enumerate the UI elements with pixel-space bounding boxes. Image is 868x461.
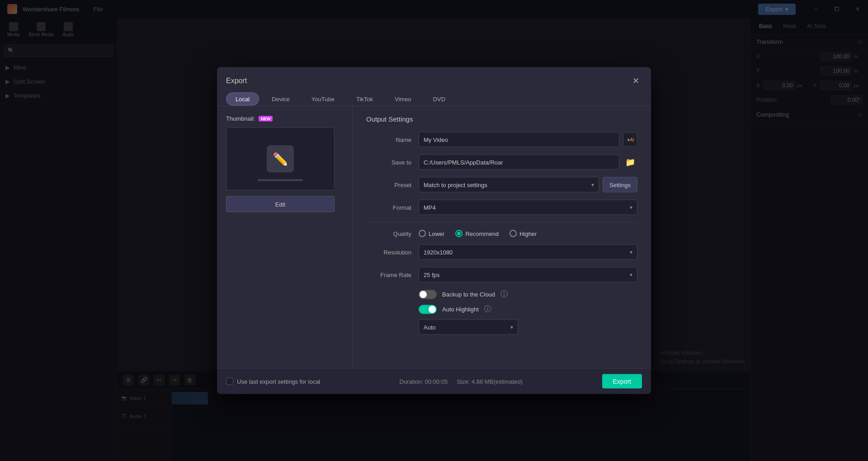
tab-youtube[interactable]: YouTube (302, 93, 344, 105)
edit-thumbnail-button[interactable]: Edit (226, 196, 335, 212)
ai-label: ✦AI (626, 137, 634, 142)
thumbnail-label: Thumbnail: NEW (226, 115, 343, 122)
name-row: Name ✦AI (366, 132, 637, 147)
preset-settings-button[interactable]: Settings (603, 177, 637, 193)
thumbnail-line (258, 179, 303, 181)
thumbnail-icon: ✏️ (267, 146, 294, 173)
quality-recommend-label: Recommend (465, 230, 499, 237)
preset-arrow: ▾ (591, 182, 594, 188)
footer-checkbox-row: Use last export settings for local (226, 378, 320, 385)
save-to-input[interactable] (419, 155, 619, 170)
backup-cloud-label: Backup to the Cloud (442, 291, 495, 298)
output-settings-panel: Output Settings Name ✦AI Save to 📁 (353, 106, 651, 368)
resolution-select[interactable]: 1920x1080 ▾ (419, 245, 637, 260)
footer-meta: Duration: 00:00:05 Size: 4.88 MB(estimat… (399, 378, 523, 385)
name-control: ✦AI (419, 132, 637, 147)
new-badge: NEW (259, 116, 273, 121)
thumbnail-preview: ✏️ (226, 127, 335, 191)
dialog-header: Export ✕ (217, 67, 651, 87)
quality-higher-label: Higher (519, 230, 537, 237)
format-label: Format (366, 204, 411, 211)
dialog-body: Thumbnail: NEW ✏️ Edit Output Settings N… (217, 106, 651, 368)
radio-recommend-circle (455, 230, 462, 237)
divider (366, 222, 637, 223)
export-tabs: Local Device YouTube TikTok Vimeo DVD (217, 87, 651, 106)
quality-lower-label: Lower (429, 230, 444, 237)
name-label: Name (366, 136, 411, 143)
quality-label: Quality (366, 230, 411, 237)
preset-row: Preset Match to project settings ▾ Setti… (366, 177, 637, 193)
backup-cloud-knob (420, 291, 427, 298)
ai-icon-button[interactable]: ✦AI (623, 132, 637, 147)
format-arrow: ▾ (630, 204, 632, 211)
output-settings-title: Output Settings (366, 115, 637, 123)
auto-highlight-knob (429, 306, 436, 313)
frame-rate-control: 25 fps ▾ (419, 267, 637, 282)
duration-label: Duration: 00:00:05 (399, 378, 448, 385)
auto-select[interactable]: Auto ▾ (419, 320, 518, 335)
dialog-title: Export (226, 77, 247, 85)
name-input[interactable] (419, 132, 619, 147)
quality-row: Quality Lower Recommend Higher (366, 230, 637, 237)
quality-options: Lower Recommend Higher (419, 230, 537, 237)
format-row: Format MP4 ▾ (366, 200, 637, 215)
format-select[interactable]: MP4 ▾ (419, 200, 637, 215)
tab-vimeo[interactable]: Vimeo (386, 93, 420, 105)
resolution-row: Resolution 1920x1080 ▾ (366, 245, 637, 260)
auto-highlight-label: Auto Highlight (442, 306, 479, 313)
quality-lower[interactable]: Lower (419, 230, 444, 237)
resolution-label: Resolution (366, 249, 411, 255)
radio-recommend-dot (457, 232, 461, 235)
dialog-footer: Use last export settings for local Durat… (217, 368, 651, 394)
frame-rate-label: Frame Rate (366, 271, 411, 278)
backup-cloud-toggle[interactable] (419, 290, 437, 299)
save-to-control: 📁 (419, 155, 637, 170)
resolution-arrow: ▾ (630, 249, 632, 255)
quality-higher[interactable]: Higher (509, 230, 537, 237)
use-last-settings-checkbox[interactable] (226, 378, 233, 385)
folder-icon[interactable]: 📁 (623, 155, 637, 169)
tab-local[interactable]: Local (226, 93, 259, 106)
frame-rate-row: Frame Rate 25 fps ▾ (366, 267, 637, 282)
tab-tiktok[interactable]: TikTok (347, 93, 382, 105)
quality-recommend[interactable]: Recommend (455, 230, 499, 237)
frame-rate-select[interactable]: 25 fps ▾ (419, 267, 637, 282)
resolution-control: 1920x1080 ▾ (419, 245, 637, 260)
preset-control: Match to project settings ▾ Settings (419, 177, 637, 193)
auto-highlight-row: Auto Highlight ⓘ (366, 305, 637, 314)
save-to-label: Save to (366, 159, 411, 165)
use-last-settings-label: Use last export settings for local (237, 378, 320, 385)
tab-dvd[interactable]: DVD (424, 93, 454, 105)
backup-cloud-info[interactable]: ⓘ (500, 290, 508, 299)
auto-highlight-toggle[interactable] (419, 305, 437, 314)
tab-device[interactable]: Device (263, 93, 299, 105)
format-control: MP4 ▾ (419, 200, 637, 215)
auto-select-row: Auto ▾ (366, 320, 637, 335)
size-label: Size: 4.88 MB(estimated) (457, 378, 523, 385)
backup-cloud-row: Backup to the Cloud ⓘ (366, 290, 637, 299)
radio-higher-circle (509, 230, 517, 237)
thumbnail-panel: Thumbnail: NEW ✏️ Edit (217, 106, 353, 368)
auto-highlight-info[interactable]: ⓘ (484, 305, 491, 314)
frame-rate-arrow: ▾ (630, 272, 632, 278)
export-dialog: Export ✕ Local Device YouTube TikTok Vim… (217, 67, 651, 394)
save-to-row: Save to 📁 (366, 155, 637, 170)
export-button[interactable]: Export (602, 374, 642, 389)
radio-lower-circle (419, 230, 426, 237)
dialog-close-button[interactable]: ✕ (629, 75, 642, 87)
auto-select-arrow: ▾ (510, 324, 513, 330)
preset-select[interactable]: Match to project settings ▾ (419, 177, 599, 193)
preset-label: Preset (366, 181, 411, 188)
